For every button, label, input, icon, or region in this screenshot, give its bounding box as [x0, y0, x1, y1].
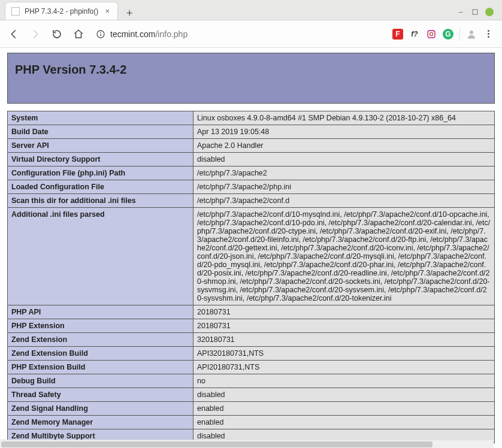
- tab-strip: PHP 7.3.4-2 - phpinfo() × + –: [0, 0, 502, 20]
- url-path: /info.php: [155, 29, 188, 39]
- window-close-icon[interactable]: [485, 8, 494, 16]
- table-row: Server APIApache 2.0 Handler: [8, 139, 495, 153]
- row-value: Apr 13 2019 19:05:48: [193, 125, 495, 139]
- back-button[interactable]: [5, 25, 23, 43]
- page-title: PHP Version 7.3.4-2: [15, 63, 487, 77]
- row-key: PHP Extension Build: [8, 361, 193, 374]
- table-row: PHP Extension BuildAPI20180731,NTS: [8, 361, 495, 374]
- row-key: System: [8, 111, 193, 125]
- table-row: Debug Buildno: [8, 374, 495, 388]
- table-row: PHP Extension20180731: [8, 319, 495, 333]
- row-value: API320180731,NTS: [193, 347, 495, 361]
- reload-button[interactable]: [48, 25, 66, 43]
- table-row: Thread Safetydisabled: [8, 388, 495, 402]
- row-value: 20180731: [193, 319, 495, 333]
- svg-point-2: [100, 32, 101, 33]
- row-key: Server API: [8, 139, 193, 153]
- grammarly-ext-icon[interactable]: G: [443, 29, 453, 40]
- separator: [459, 28, 460, 41]
- row-value: enabled: [193, 416, 495, 429]
- row-key: PHP API: [8, 305, 193, 319]
- row-key: Thread Safety: [8, 388, 193, 402]
- browser-tab[interactable]: PHP 7.3.4-2 - phpinfo() ×: [5, 2, 118, 20]
- row-key: Scan this dir for additional .ini files: [8, 194, 193, 208]
- row-value: /etc/php/7.3/apache2/conf.d: [193, 194, 495, 208]
- row-key: Zend Memory Manager: [8, 416, 193, 429]
- extensions-group: F f? G: [389, 28, 497, 41]
- table-row: Virtual Directory Supportdisabled: [8, 153, 495, 167]
- row-value: 20180731: [193, 305, 495, 319]
- row-value: disabled: [193, 153, 495, 167]
- table-row: Configuration File (php.ini) Path/etc/ph…: [8, 167, 495, 180]
- row-value: enabled: [193, 402, 495, 416]
- table-row: Scan this dir for additional .ini files/…: [8, 194, 495, 208]
- table-row: Zend Signal Handlingenabled: [8, 402, 495, 416]
- address-bar[interactable]: tecmint.com/info.php: [91, 29, 385, 39]
- page-viewport[interactable]: PHP Version 7.3.4-2 SystemLinux osboxes …: [0, 48, 502, 448]
- profile-avatar-icon[interactable]: [466, 29, 477, 40]
- table-row: Additional .ini files parsed/etc/php/7.3…: [8, 208, 495, 305]
- svg-point-5: [430, 32, 433, 35]
- row-key: Build Date: [8, 125, 193, 139]
- font-ext-icon[interactable]: f?: [409, 29, 420, 40]
- browser-menu-button[interactable]: [483, 29, 494, 40]
- row-value: Apache 2.0 Handler: [193, 139, 495, 153]
- table-row: PHP API20180731: [8, 305, 495, 319]
- horizontal-scrollbar[interactable]: [0, 440, 494, 448]
- svg-point-6: [433, 31, 434, 32]
- tab-close-icon[interactable]: ×: [103, 7, 111, 16]
- row-key: Zend Extension: [8, 333, 193, 347]
- row-value: Linux osboxes 4.9.0-8-amd64 #1 SMP Debia…: [193, 111, 495, 125]
- row-value: /etc/php/7.3/apache2/conf.d/10-mysqlnd.i…: [193, 208, 495, 305]
- phpinfo-table: SystemLinux osboxes 4.9.0-8-amd64 #1 SMP…: [7, 111, 495, 443]
- row-key: PHP Extension: [8, 319, 193, 333]
- home-button[interactable]: [69, 25, 87, 43]
- window-minimize-icon[interactable]: –: [456, 8, 465, 16]
- tab-title: PHP 7.3.4-2 - phpinfo(): [25, 7, 98, 16]
- row-value: API20180731,NTS: [193, 361, 495, 374]
- window-maximize-icon[interactable]: [471, 8, 479, 16]
- table-row: Loaded Configuration File/etc/php/7.3/ap…: [8, 180, 495, 194]
- site-info-icon[interactable]: [96, 29, 105, 39]
- flipboard-ext-icon[interactable]: F: [392, 29, 403, 40]
- svg-rect-3: [100, 34, 101, 36]
- row-key: Debug Build: [8, 374, 193, 388]
- url-host: tecmint.com: [110, 29, 155, 39]
- row-key: Configuration File (php.ini) Path: [8, 167, 193, 180]
- table-row: Build DateApr 13 2019 19:05:48: [8, 125, 495, 139]
- window-controls: –: [456, 8, 500, 20]
- row-value: /etc/php/7.3/apache2/php.ini: [193, 180, 495, 194]
- row-value: disabled: [193, 388, 495, 402]
- phpinfo-header: PHP Version 7.3.4-2: [7, 53, 495, 104]
- row-key: Zend Extension Build: [8, 347, 193, 361]
- table-row: Zend Extension BuildAPI320180731,NTS: [8, 347, 495, 361]
- page-favicon-icon: [11, 7, 20, 16]
- browser-toolbar: tecmint.com/info.php F f? G: [0, 20, 502, 48]
- row-key: Additional .ini files parsed: [8, 208, 193, 305]
- instagram-ext-icon[interactable]: [426, 29, 437, 40]
- row-key: Zend Signal Handling: [8, 402, 193, 416]
- row-key: Virtual Directory Support: [8, 153, 193, 167]
- table-row: Zend Memory Managerenabled: [8, 416, 495, 429]
- new-tab-button[interactable]: +: [123, 7, 136, 20]
- url-text: tecmint.com/info.php: [110, 29, 188, 39]
- row-value: no: [193, 374, 495, 388]
- row-value: 320180731: [193, 333, 495, 347]
- table-row: SystemLinux osboxes 4.9.0-8-amd64 #1 SMP…: [8, 111, 495, 125]
- scrollbar-thumb[interactable]: [1, 441, 433, 447]
- row-key: Loaded Configuration File: [8, 180, 193, 194]
- table-row: Zend Extension320180731: [8, 333, 495, 347]
- row-value: /etc/php/7.3/apache2: [193, 167, 495, 180]
- forward-button[interactable]: [26, 25, 44, 43]
- svg-point-7: [470, 31, 473, 34]
- svg-rect-0: [473, 10, 477, 14]
